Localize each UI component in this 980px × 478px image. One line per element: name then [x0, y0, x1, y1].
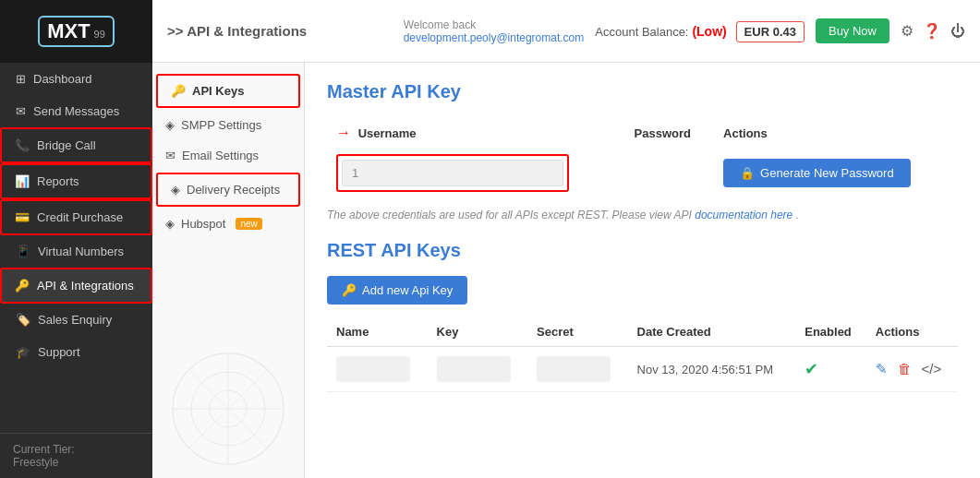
gear-icon[interactable]: ⚙ — [901, 22, 913, 40]
sidebar: MXT 99 ⊞ Dashboard ✉ Send Messages 📞 Bri… — [0, 0, 152, 478]
rest-row-secret — [527, 347, 628, 392]
sidebar-item-dashboard[interactable]: ⊞ Dashboard — [0, 63, 152, 95]
receipt-icon: ◈ — [171, 183, 180, 197]
sub-sidebar-item-hubspot[interactable]: ◈ Hubspot new — [152, 209, 304, 239]
generate-password-button[interactable]: 🔒 Generate New Password — [723, 159, 911, 187]
lock-icon: 🔒 — [740, 166, 755, 180]
rest-secret-blur — [537, 356, 611, 382]
smpp-icon: ◈ — [165, 118, 175, 132]
chart-icon: 📊 — [15, 174, 30, 188]
enabled-check-icon: ✔ — [805, 360, 818, 378]
username-col-header: → Username — [327, 117, 625, 149]
rest-date-col: Date Created — [628, 317, 796, 347]
sidebar-item-sales-enquiry[interactable]: 🏷️ Sales Enquiry — [0, 304, 152, 336]
sub-sidebar-item-api-keys[interactable]: 🔑 API Keys — [156, 74, 300, 108]
balance-amount: EUR 0.43 — [736, 21, 805, 42]
rest-secret-col: Secret — [527, 317, 628, 347]
page-content: Master API Key → Username Password Actio… — [305, 63, 980, 478]
sidebar-nav: ⊞ Dashboard ✉ Send Messages 📞 Bridge Cal… — [0, 63, 152, 433]
support-icon: 🎓 — [16, 345, 30, 359]
breadcrumb: >> API & Integrations — [167, 23, 307, 39]
code-icon[interactable]: </> — [922, 361, 942, 376]
sidebar-item-label: Dashboard — [33, 72, 92, 86]
sub-sidebar-item-delivery-receipts[interactable]: ◈ Delivery Receipts — [156, 173, 300, 207]
key-small-icon: 🔑 — [171, 84, 186, 98]
sidebar-item-label: Bridge Call — [37, 138, 96, 152]
rest-row-date: Nov 13, 2020 4:56:51 PM — [628, 347, 796, 392]
power-icon[interactable]: ⏻ — [950, 23, 965, 40]
rest-row-key — [428, 347, 528, 392]
logo-sub: 99 — [94, 29, 105, 40]
tier-value: Freestyle — [13, 456, 58, 469]
sidebar-item-reports[interactable]: 📊 Reports — [0, 163, 152, 199]
rest-actions-col: Actions — [866, 317, 958, 347]
sidebar-item-label: Credit Purchase — [37, 210, 123, 224]
sidebar-item-bridge-call[interactable]: 📞 Bridge Call — [0, 127, 152, 163]
welcome-text: Welcome back — [404, 18, 585, 31]
sidebar-item-credit-purchase[interactable]: 💳 Credit Purchase — [0, 199, 152, 235]
sub-sidebar-item-smpp[interactable]: ◈ SMPP Settings — [152, 110, 304, 140]
password-col-header: Password — [625, 117, 715, 149]
help-icon[interactable]: ❓ — [923, 22, 941, 40]
tier-label: Current Tier: — [13, 443, 75, 456]
sub-sidebar-label: SMPP Settings — [181, 118, 261, 132]
welcome-block: Welcome back development.peoly@integroma… — [404, 18, 585, 44]
sub-sidebar-label: API Keys — [192, 84, 244, 98]
buy-now-button[interactable]: Buy Now — [816, 18, 889, 43]
master-api-table: → Username Password Actions — [327, 117, 958, 197]
chat-icon: ✉ — [16, 104, 26, 118]
master-api-title: Master API Key — [327, 81, 958, 102]
sidebar-item-label: API & Integrations — [37, 279, 134, 293]
dashboard-icon: ⊞ — [16, 72, 26, 86]
sub-sidebar-label: Hubspot — [181, 217, 225, 231]
sidebar-item-label: Virtual Numbers — [38, 245, 124, 258]
api-note: The above credentials are used for all A… — [327, 209, 958, 221]
welcome-email: development.peoly@integromat.com — [404, 31, 585, 44]
actions-col-header: Actions — [714, 117, 958, 149]
rest-name-col: Name — [327, 317, 428, 347]
main-wrapper: >> API & Integrations Welcome back devel… — [152, 0, 980, 478]
add-api-key-button[interactable]: 🔑 Add new Api Key — [327, 276, 467, 305]
logo-area: MXT 99 — [0, 0, 152, 63]
rest-enabled-col: Enabled — [795, 317, 866, 347]
new-badge: new — [236, 218, 261, 230]
documentation-link[interactable]: documentation here — [695, 209, 792, 221]
sidebar-item-api-integrations[interactable]: 🔑 API & Integrations — [0, 268, 152, 304]
sidebar-item-support[interactable]: 🎓 Support — [0, 336, 152, 368]
rest-name-blur — [336, 356, 410, 382]
sub-sidebar-label: Delivery Receipts — [187, 183, 280, 197]
sidebar-footer: Current Tier: Freestyle — [0, 433, 152, 478]
username-input[interactable] — [342, 160, 563, 186]
sidebar-item-label: Reports — [37, 174, 79, 188]
email-icon: ✉ — [165, 149, 175, 162]
credit-icon: 💳 — [15, 210, 30, 224]
top-header: >> API & Integrations Welcome back devel… — [152, 0, 980, 63]
rest-api-title: REST API Keys — [327, 240, 958, 261]
watermark-graphic — [168, 349, 288, 469]
sidebar-item-label: Sales Enquiry — [38, 313, 112, 327]
rest-key-blur — [437, 356, 511, 382]
username-input-wrapper — [336, 154, 569, 192]
actions-cell: 🔒 Generate New Password — [714, 149, 958, 197]
sub-sidebar-item-email[interactable]: ✉ Email Settings — [152, 140, 304, 171]
rest-api-row: Nov 13, 2020 4:56:51 PM ✔ ✎ 🗑 </> — [327, 347, 958, 392]
header-icons: ⚙ ❓ ⏻ — [901, 22, 965, 40]
logo-text: MXT — [47, 19, 90, 42]
key-icon: 🔑 — [15, 279, 30, 293]
sub-sidebar-label: Email Settings — [182, 149, 259, 162]
balance-block: Account Balance: (Low) EUR 0.43 — [595, 24, 805, 39]
delete-icon[interactable]: 🗑 — [898, 361, 912, 376]
username-cell — [327, 149, 625, 197]
hubspot-icon: ◈ — [165, 217, 175, 231]
sidebar-item-label: Send Messages — [33, 104, 119, 118]
header-right: Welcome back development.peoly@integroma… — [404, 18, 965, 44]
edit-icon[interactable]: ✎ — [876, 361, 888, 376]
content-area: 🔑 API Keys ◈ SMPP Settings ✉ Email Setti… — [152, 63, 980, 478]
phone-icon: 📞 — [15, 138, 30, 152]
account-balance-label: Account Balance: — [595, 25, 688, 39]
rest-api-table: Name Key Secret Date Created Enabled Act… — [327, 317, 958, 392]
sidebar-item-virtual-numbers[interactable]: 📱 Virtual Numbers — [0, 235, 152, 268]
mobile-icon: 📱 — [16, 245, 30, 258]
sidebar-item-send-messages[interactable]: ✉ Send Messages — [0, 95, 152, 127]
rest-row-name — [327, 347, 428, 392]
